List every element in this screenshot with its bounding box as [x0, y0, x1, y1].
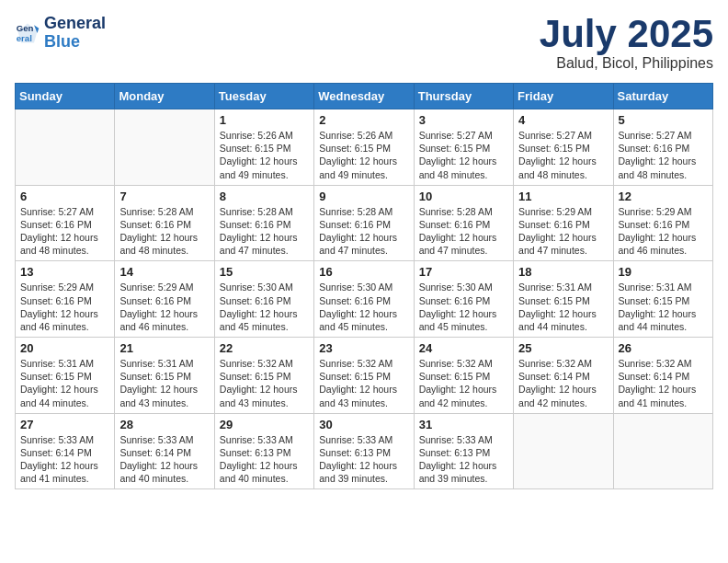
day-info: Sunrise: 5:31 AM Sunset: 6:15 PM Dayligh…: [619, 281, 708, 333]
day-info: Sunrise: 5:28 AM Sunset: 6:16 PM Dayligh…: [119, 205, 209, 258]
calendar-cell: 26Sunrise: 5:32 AM Sunset: 6:14 PM Dayli…: [613, 338, 712, 414]
calendar-cell: 17Sunrise: 5:30 AM Sunset: 6:16 PM Dayli…: [414, 261, 513, 338]
day-number: 6: [20, 190, 109, 203]
svg-text:eral: eral: [17, 33, 32, 43]
calendar-week-row: 6Sunrise: 5:27 AM Sunset: 6:16 PM Daylig…: [16, 185, 713, 261]
day-number: 9: [319, 190, 408, 203]
calendar-cell: 8Sunrise: 5:28 AM Sunset: 6:16 PM Daylig…: [214, 185, 313, 261]
calendar-cell: 23Sunrise: 5:32 AM Sunset: 6:15 PM Dayli…: [314, 338, 414, 414]
calendar-cell: 7Sunrise: 5:28 AM Sunset: 6:16 PM Daylig…: [115, 185, 214, 261]
day-info: Sunrise: 5:26 AM Sunset: 6:15 PM Dayligh…: [220, 129, 309, 181]
logo: Gen eral General Blue: [15, 15, 106, 52]
day-number: 10: [419, 190, 508, 203]
day-number: 8: [220, 190, 309, 203]
day-number: 2: [319, 113, 408, 127]
day-info: Sunrise: 5:27 AM Sunset: 6:16 PM Dayligh…: [619, 129, 708, 181]
calendar-cell: 6Sunrise: 5:27 AM Sunset: 6:16 PM Daylig…: [16, 185, 115, 261]
day-info: Sunrise: 5:30 AM Sunset: 6:16 PM Dayligh…: [319, 281, 408, 333]
day-info: Sunrise: 5:27 AM Sunset: 6:15 PM Dayligh…: [419, 129, 508, 181]
weekday-header-tuesday: Tuesday: [214, 84, 313, 109]
day-number: 11: [518, 190, 608, 203]
calendar-cell: 3Sunrise: 5:27 AM Sunset: 6:15 PM Daylig…: [414, 109, 513, 186]
weekday-header-wednesday: Wednesday: [314, 84, 414, 109]
calendar-cell: 28Sunrise: 5:33 AM Sunset: 6:14 PM Dayli…: [115, 413, 214, 489]
day-info: Sunrise: 5:27 AM Sunset: 6:15 PM Dayligh…: [518, 129, 608, 181]
day-number: 1: [220, 113, 309, 127]
day-number: 19: [619, 265, 708, 279]
calendar-cell: 10Sunrise: 5:28 AM Sunset: 6:16 PM Dayli…: [414, 185, 513, 261]
day-number: 24: [419, 341, 508, 355]
calendar-cell: 22Sunrise: 5:32 AM Sunset: 6:15 PM Dayli…: [214, 338, 313, 414]
weekday-header-row: SundayMondayTuesdayWednesdayThursdayFrid…: [16, 84, 713, 109]
weekday-header-friday: Friday: [514, 84, 613, 109]
day-number: 31: [419, 418, 508, 431]
calendar-week-row: 27Sunrise: 5:33 AM Sunset: 6:14 PM Dayli…: [16, 413, 713, 489]
day-info: Sunrise: 5:33 AM Sunset: 6:14 PM Dayligh…: [119, 433, 209, 486]
day-info: Sunrise: 5:32 AM Sunset: 6:15 PM Dayligh…: [419, 357, 508, 409]
day-info: Sunrise: 5:32 AM Sunset: 6:14 PM Dayligh…: [619, 357, 708, 409]
day-info: Sunrise: 5:31 AM Sunset: 6:15 PM Dayligh…: [518, 281, 608, 333]
day-number: 22: [220, 341, 309, 355]
calendar-cell: 13Sunrise: 5:29 AM Sunset: 6:16 PM Dayli…: [16, 261, 115, 338]
day-number: 13: [20, 265, 109, 279]
calendar-title: July 2025: [540, 15, 713, 53]
day-info: Sunrise: 5:29 AM Sunset: 6:16 PM Dayligh…: [518, 205, 608, 258]
day-number: 21: [119, 341, 209, 355]
weekday-header-saturday: Saturday: [613, 84, 712, 109]
day-number: 26: [619, 341, 708, 355]
calendar-week-row: 13Sunrise: 5:29 AM Sunset: 6:16 PM Dayli…: [16, 261, 713, 338]
calendar-cell: 15Sunrise: 5:30 AM Sunset: 6:16 PM Dayli…: [214, 261, 313, 338]
calendar-cell: 1Sunrise: 5:26 AM Sunset: 6:15 PM Daylig…: [214, 109, 313, 186]
day-info: Sunrise: 5:30 AM Sunset: 6:16 PM Dayligh…: [419, 281, 508, 333]
calendar-cell: 18Sunrise: 5:31 AM Sunset: 6:15 PM Dayli…: [514, 261, 613, 338]
calendar-cell: 24Sunrise: 5:32 AM Sunset: 6:15 PM Dayli…: [414, 338, 513, 414]
day-number: 30: [319, 418, 408, 431]
day-info: Sunrise: 5:26 AM Sunset: 6:15 PM Dayligh…: [319, 129, 408, 181]
title-block: July 2025 Balud, Bicol, Philippines: [540, 15, 713, 72]
day-info: Sunrise: 5:27 AM Sunset: 6:16 PM Dayligh…: [20, 205, 109, 258]
calendar-cell: 5Sunrise: 5:27 AM Sunset: 6:16 PM Daylig…: [613, 109, 712, 186]
calendar-week-row: 1Sunrise: 5:26 AM Sunset: 6:15 PM Daylig…: [16, 109, 713, 186]
calendar-cell: [514, 413, 613, 489]
day-info: Sunrise: 5:33 AM Sunset: 6:13 PM Dayligh…: [220, 433, 309, 486]
day-info: Sunrise: 5:32 AM Sunset: 6:15 PM Dayligh…: [220, 357, 309, 409]
day-number: 4: [518, 113, 608, 127]
day-number: 23: [319, 341, 408, 355]
calendar-cell: 19Sunrise: 5:31 AM Sunset: 6:15 PM Dayli…: [613, 261, 712, 338]
day-info: Sunrise: 5:32 AM Sunset: 6:15 PM Dayligh…: [319, 357, 408, 409]
day-info: Sunrise: 5:28 AM Sunset: 6:16 PM Dayligh…: [220, 205, 309, 258]
day-number: 7: [119, 190, 209, 203]
calendar-week-row: 20Sunrise: 5:31 AM Sunset: 6:15 PM Dayli…: [16, 338, 713, 414]
calendar-cell: 27Sunrise: 5:33 AM Sunset: 6:14 PM Dayli…: [16, 413, 115, 489]
day-number: 5: [619, 113, 708, 127]
day-info: Sunrise: 5:29 AM Sunset: 6:16 PM Dayligh…: [619, 205, 708, 258]
calendar-cell: [115, 109, 214, 186]
day-number: 12: [619, 190, 708, 203]
calendar-cell: 16Sunrise: 5:30 AM Sunset: 6:16 PM Dayli…: [314, 261, 414, 338]
day-info: Sunrise: 5:32 AM Sunset: 6:14 PM Dayligh…: [518, 357, 608, 409]
calendar-cell: 25Sunrise: 5:32 AM Sunset: 6:14 PM Dayli…: [514, 338, 613, 414]
day-number: 20: [20, 341, 109, 355]
weekday-header-monday: Monday: [115, 84, 214, 109]
day-number: 18: [518, 265, 608, 279]
calendar-cell: 11Sunrise: 5:29 AM Sunset: 6:16 PM Dayli…: [514, 185, 613, 261]
calendar-cell: 14Sunrise: 5:29 AM Sunset: 6:16 PM Dayli…: [115, 261, 214, 338]
svg-text:Gen: Gen: [17, 23, 34, 33]
day-info: Sunrise: 5:33 AM Sunset: 6:13 PM Dayligh…: [419, 433, 508, 486]
day-number: 16: [319, 265, 408, 279]
calendar-cell: 2Sunrise: 5:26 AM Sunset: 6:15 PM Daylig…: [314, 109, 414, 186]
day-info: Sunrise: 5:30 AM Sunset: 6:16 PM Dayligh…: [220, 281, 309, 333]
day-info: Sunrise: 5:28 AM Sunset: 6:16 PM Dayligh…: [419, 205, 508, 258]
day-number: 27: [20, 418, 109, 431]
day-number: 3: [419, 113, 508, 127]
logo-name: General Blue: [44, 15, 106, 52]
day-info: Sunrise: 5:31 AM Sunset: 6:15 PM Dayligh…: [119, 357, 209, 409]
day-number: 15: [220, 265, 309, 279]
calendar-cell: [16, 109, 115, 186]
calendar-cell: 4Sunrise: 5:27 AM Sunset: 6:15 PM Daylig…: [514, 109, 613, 186]
day-info: Sunrise: 5:31 AM Sunset: 6:15 PM Dayligh…: [20, 357, 109, 409]
day-number: 17: [419, 265, 508, 279]
calendar-cell: 21Sunrise: 5:31 AM Sunset: 6:15 PM Dayli…: [115, 338, 214, 414]
weekday-header-thursday: Thursday: [414, 84, 513, 109]
day-info: Sunrise: 5:29 AM Sunset: 6:16 PM Dayligh…: [20, 281, 109, 333]
